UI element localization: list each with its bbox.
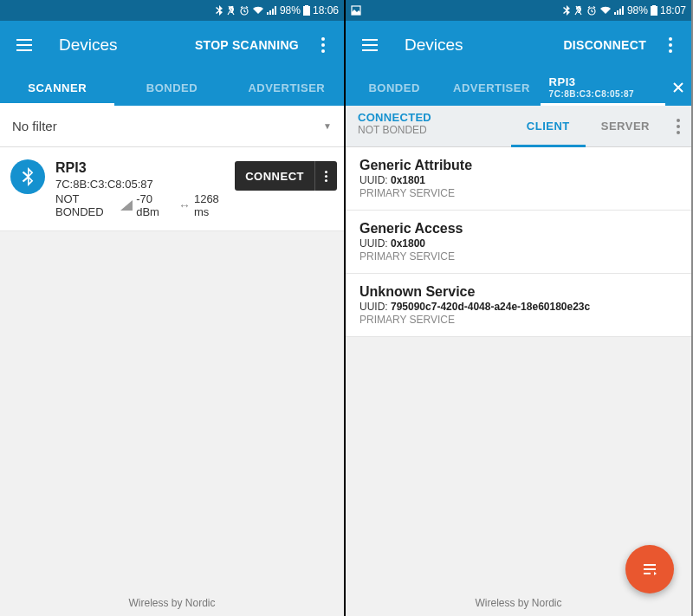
service-name: Generic Access bbox=[359, 221, 677, 237]
tab-device-mac: 7C:8B:C3:C8:05:87 bbox=[549, 89, 635, 99]
device-row[interactable]: RPI3 7C:8B:C3:C8:05:87 NOT BONDED -70 dB… bbox=[0, 147, 344, 231]
battery-percent: 98% bbox=[627, 4, 648, 16]
device-bond-status: NOT BONDED bbox=[55, 192, 108, 218]
vibrate-icon bbox=[226, 5, 236, 16]
tab-advertiser[interactable]: ADVERTISER bbox=[230, 69, 344, 106]
signal-icon bbox=[267, 6, 277, 15]
service-uuid: UUID: 0x1801 bbox=[359, 174, 677, 186]
dots-icon bbox=[325, 175, 327, 178]
tab-bonded[interactable]: BONDED bbox=[346, 69, 443, 106]
device-rssi: -70 dBm bbox=[136, 192, 166, 218]
device-info: RPI3 7C:8B:C3:C8:05:87 NOT BONDED -70 dB… bbox=[55, 159, 224, 218]
status-bar: 98% 18:06 bbox=[0, 0, 344, 21]
connect-button-group: CONNECT bbox=[235, 161, 337, 191]
hamburger-icon bbox=[362, 44, 378, 46]
connect-more-button[interactable] bbox=[314, 161, 337, 191]
rssi-icon bbox=[120, 200, 133, 211]
connection-state: CONNECTED bbox=[358, 111, 499, 124]
screen-device-detail: 98% 18:07 Devices DISCONNECT BONDED ADVE… bbox=[346, 0, 691, 616]
filter-bar[interactable]: No filter ▼ bbox=[0, 106, 344, 147]
tab-advertiser[interactable]: ADVERTISER bbox=[443, 69, 540, 106]
dots-icon bbox=[321, 43, 325, 47]
svg-rect-6 bbox=[652, 5, 656, 6]
alarm-icon bbox=[239, 5, 249, 16]
app-bar: Devices STOP SCANNING SCANNER BONDED ADV… bbox=[0, 21, 344, 106]
dots-icon bbox=[677, 125, 680, 128]
tab-device-rpi3[interactable]: RPI3 7C:8B:C3:C8:05:87 bbox=[541, 69, 665, 106]
app-title: Devices bbox=[405, 36, 553, 55]
tab-bar: SCANNER BONDED ADVERTISER bbox=[0, 69, 344, 106]
service-row[interactable]: Generic Access UUID: 0x1800 PRIMARY SERV… bbox=[346, 211, 691, 274]
service-uuid: UUID: 0x1800 bbox=[359, 237, 677, 250]
tab-close-button[interactable] bbox=[665, 69, 691, 106]
subtab-server[interactable]: SERVER bbox=[586, 106, 665, 146]
subtab-client[interactable]: CLIENT bbox=[511, 106, 586, 146]
wifi-icon bbox=[599, 6, 612, 15]
battery-icon bbox=[651, 5, 657, 16]
bluetooth-circle-icon bbox=[10, 159, 45, 194]
service-type: PRIMARY SERVICE bbox=[359, 314, 677, 326]
app-bar: Devices DISCONNECT BONDED ADVERTISER RPI… bbox=[346, 21, 691, 106]
filter-text: No filter bbox=[12, 119, 57, 133]
alarm-icon bbox=[586, 5, 597, 16]
tab-device-name: RPI3 bbox=[549, 76, 576, 88]
battery-icon bbox=[303, 5, 310, 16]
service-name: Generic Attribute bbox=[359, 158, 677, 173]
close-icon bbox=[672, 81, 684, 94]
device-mac: 7C:8B:C3:C8:05:87 bbox=[55, 178, 224, 191]
footer: Wireless by Nordic bbox=[0, 597, 344, 609]
bluetooth-icon bbox=[215, 5, 223, 16]
service-type: PRIMARY SERVICE bbox=[359, 250, 677, 263]
menu-button[interactable] bbox=[7, 28, 42, 62]
fab-icon bbox=[641, 561, 658, 578]
hamburger-icon bbox=[16, 44, 32, 46]
tab-bonded[interactable]: BONDED bbox=[114, 69, 229, 106]
fab-button[interactable] bbox=[625, 545, 674, 593]
connection-status: CONNECTED NOT BONDED bbox=[346, 106, 511, 146]
connection-bar: CONNECTED NOT BONDED CLIENT SERVER bbox=[346, 106, 691, 147]
svg-rect-5 bbox=[651, 6, 657, 16]
dots-icon bbox=[669, 43, 672, 47]
interval-icon: ↔ bbox=[178, 198, 191, 212]
overflow-button[interactable] bbox=[657, 28, 684, 62]
bluetooth-icon bbox=[562, 5, 571, 16]
tab-bar: BONDED ADVERTISER RPI3 7C:8B:C3:C8:05:87 bbox=[346, 69, 691, 106]
disconnect-button[interactable]: DISCONNECT bbox=[553, 31, 657, 59]
overflow-button[interactable] bbox=[309, 28, 337, 62]
status-bar: 98% 18:07 bbox=[346, 0, 691, 21]
tab-scanner[interactable]: SCANNER bbox=[0, 69, 114, 106]
service-uuid: UUID: 795090c7-420d-4048-a24e-18e60180e2… bbox=[359, 301, 677, 313]
service-name: Unknown Service bbox=[359, 284, 677, 300]
footer: Wireless by Nordic bbox=[346, 597, 691, 609]
connect-button[interactable]: CONNECT bbox=[235, 170, 314, 183]
screenshot-icon bbox=[351, 5, 361, 16]
menu-button[interactable] bbox=[353, 28, 387, 62]
subtab-bar: CLIENT SERVER bbox=[511, 106, 691, 146]
svg-rect-2 bbox=[305, 5, 308, 6]
app-title: Devices bbox=[59, 36, 185, 55]
service-row[interactable]: Unknown Service UUID: 795090c7-420d-4048… bbox=[346, 274, 691, 337]
clock-time: 18:07 bbox=[660, 4, 686, 16]
device-name: RPI3 bbox=[55, 159, 224, 178]
service-type: PRIMARY SERVICE bbox=[359, 187, 677, 199]
screen-scanner: 98% 18:06 Devices STOP SCANNING SCANNER … bbox=[0, 0, 346, 616]
service-row[interactable]: Generic Attribute UUID: 0x1801 PRIMARY S… bbox=[346, 147, 691, 211]
clock-time: 18:06 bbox=[313, 4, 339, 16]
svg-rect-1 bbox=[303, 6, 310, 16]
subtab-overflow-button[interactable] bbox=[665, 106, 691, 146]
signal-icon bbox=[614, 6, 625, 15]
dropdown-icon: ▼ bbox=[323, 121, 332, 131]
device-interval: 1268 ms bbox=[194, 192, 224, 218]
battery-percent: 98% bbox=[280, 4, 301, 16]
stop-scanning-button[interactable]: STOP SCANNING bbox=[185, 31, 309, 59]
vibrate-icon bbox=[573, 5, 584, 16]
wifi-icon bbox=[252, 6, 264, 15]
bond-state: NOT BONDED bbox=[358, 124, 499, 136]
